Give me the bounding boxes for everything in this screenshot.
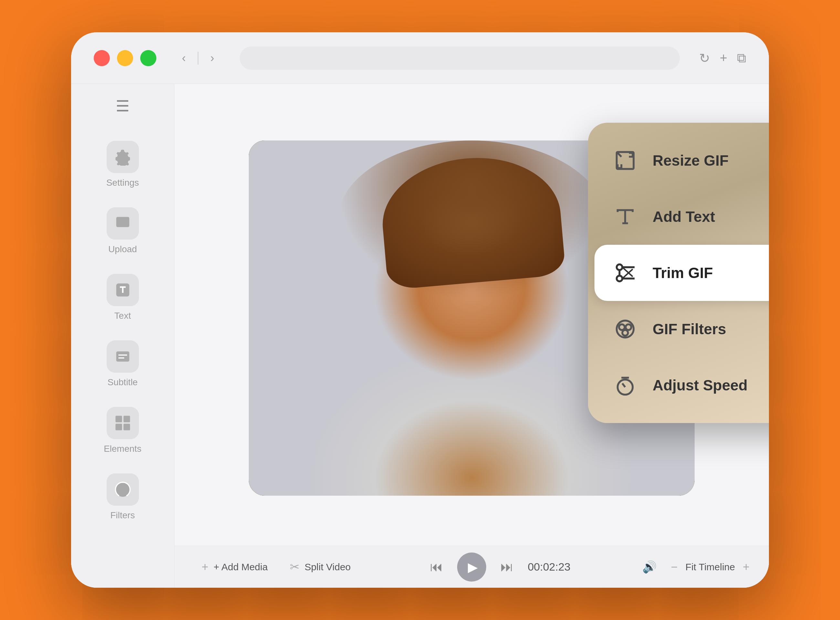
sidebar-item-settings[interactable]: Settings [71,131,174,198]
svg-rect-7 [124,424,130,430]
left-controls: + + Add Media ✂ Split Video [194,555,359,579]
text-icon [114,281,131,299]
svg-point-15 [622,330,628,336]
upload-label: Upload [108,244,137,254]
subtitle-icon-wrap [107,340,139,373]
svg-rect-5 [124,416,130,422]
traffic-lights [94,50,156,66]
close-button[interactable] [94,50,110,66]
trim-icon [611,258,640,287]
speed-icon [611,371,640,400]
text-icon-wrap [107,274,139,306]
svg-rect-6 [115,424,122,430]
split-icon: ✂ [290,560,300,574]
add-media-button[interactable]: + + Add Media [194,555,276,579]
svg-rect-1 [116,217,129,227]
text-label: Text [115,311,131,321]
sidebar-item-elements[interactable]: Elements [71,397,174,464]
right-controls: 🔊 − Fit Timeline + [635,555,750,579]
svg-point-10 [617,265,623,270]
fit-timeline-label: Fit Timeline [686,561,735,573]
content-area: Resize GIF Add Text [175,84,769,588]
time-display: 00:02:23 [528,561,570,573]
settings-icon-wrap [107,141,139,173]
settings-icon [114,148,131,166]
outer-background: ‹ › ↻ + ⧉ ☰ [0,0,840,620]
upload-icon-wrap [107,207,139,239]
refresh-button[interactable]: ↻ [699,51,710,66]
sidebar-item-filters[interactable]: Filters [71,464,174,530]
subtitle-icon [114,348,131,365]
split-video-button[interactable]: ✂ Split Video [282,555,359,579]
addtext-label: Add Text [653,208,715,226]
fit-timeline-group: − Fit Timeline + [671,560,750,574]
rewind-icon: ⏮ [430,560,443,574]
settings-label: Settings [106,178,139,188]
upload-icon [114,215,131,232]
plus-icon[interactable]: + [743,560,750,574]
filters-icon [114,481,131,498]
split-video-label: Split Video [305,561,351,573]
filters-label: Filters [110,510,135,521]
menu-item-trim[interactable]: Trim GIF ☞ [594,245,769,301]
gif-filters-label: GIF Filters [653,321,726,338]
maximize-button[interactable] [140,50,156,66]
forward-button[interactable]: ⏭ [493,554,521,579]
main-content: ☰ Settings [71,84,769,588]
forward-icon: ⏭ [501,560,513,574]
minus-icon[interactable]: − [671,560,678,574]
title-bar: ‹ › ↻ + ⧉ [71,32,769,84]
svg-point-14 [626,324,631,330]
center-controls: ⏮ ▶ ⏭ 00:02:23 [422,552,570,582]
menu-item-resize[interactable]: Resize GIF [594,132,769,188]
nav-divider [198,52,198,65]
elements-icon-wrap [107,407,139,439]
nav-buttons: ‹ › [176,50,220,66]
subtitle-label: Subtitle [108,377,138,387]
resize-icon [611,146,640,175]
add-media-icon: + [202,560,208,574]
speed-label: Adjust Speed [653,376,748,394]
elements-label: Elements [104,444,142,454]
svg-rect-3 [116,351,129,362]
sidebar-item-upload[interactable]: Upload [71,198,174,264]
address-bar[interactable] [240,47,680,70]
sidebar-item-subtitle[interactable]: Subtitle [71,331,174,397]
menu-item-speed[interactable]: Adjust Speed [594,357,769,413]
svg-point-13 [619,324,625,330]
play-button[interactable]: ▶ [457,552,486,582]
trim-label: Trim GIF [653,264,713,281]
gif-filters-icon [611,315,640,343]
menu-item-addtext[interactable]: Add Text [594,188,769,245]
menu-icon[interactable]: ☰ [116,97,130,115]
dropdown-menu: Resize GIF Add Text [588,123,769,423]
play-icon: ▶ [468,560,478,575]
forward-button[interactable]: › [204,50,220,66]
elements-icon [114,414,131,432]
volume-icon: 🔊 [642,560,657,574]
add-media-label: + Add Media [214,561,268,573]
bottom-controls: + + Add Media ✂ Split Video ⏮ [175,546,769,588]
app-window: ‹ › ↻ + ⧉ ☰ [71,32,769,588]
svg-rect-4 [115,416,122,422]
resize-label: Resize GIF [653,152,728,169]
rewind-button[interactable]: ⏮ [422,554,451,579]
video-container: Resize GIF Add Text [175,84,769,546]
back-button[interactable]: ‹ [176,50,192,66]
minimize-button[interactable] [117,50,133,66]
new-tab-button[interactable]: + [720,51,727,65]
filters-icon-wrap [107,473,139,506]
copy-button[interactable]: ⧉ [737,51,746,66]
title-bar-actions: ↻ + ⧉ [699,51,746,66]
menu-item-gif-filters[interactable]: GIF Filters [594,301,769,357]
svg-point-11 [617,276,623,281]
sidebar-item-text[interactable]: Text [71,264,174,331]
volume-button[interactable]: 🔊 [635,555,665,579]
addtext-icon [611,202,640,231]
sidebar: ☰ Settings [71,84,175,588]
